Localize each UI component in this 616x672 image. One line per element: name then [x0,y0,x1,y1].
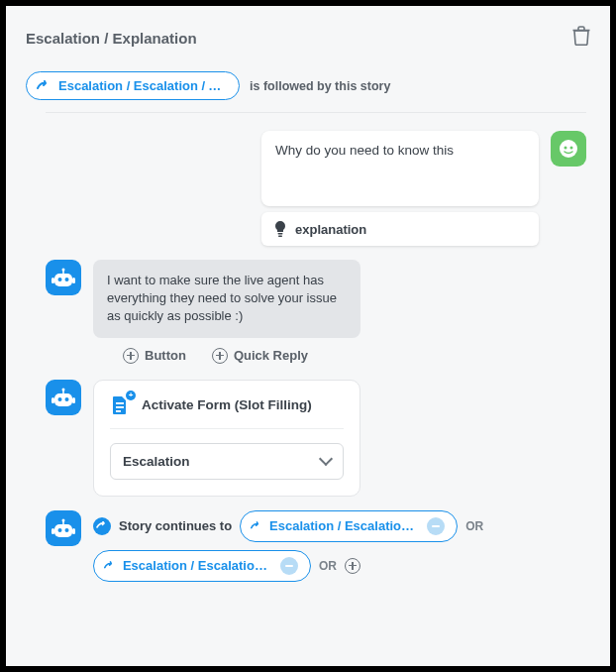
svg-rect-20 [116,406,124,408]
svg-rect-21 [116,410,121,412]
svg-rect-28 [72,528,75,534]
svg-rect-18 [72,397,75,403]
intent-icon [273,220,287,238]
continues-label: Story continues to [119,518,232,533]
bot-avatar-icon [50,384,77,411]
add-quick-reply-action[interactable]: Quick Reply [212,348,308,364]
user-message-text: Why do you need to know this [275,143,454,158]
svg-point-4 [570,147,573,150]
or-separator: OR [319,559,337,573]
svg-rect-7 [54,274,72,286]
add-quick-reply-label: Quick Reply [234,348,308,363]
svg-point-26 [65,528,69,532]
continue-story-chip[interactable]: Escalation / Escalation / Can… [93,550,311,582]
svg-point-3 [565,147,567,150]
arrow-icon [104,560,117,572]
preceding-story-label: Escalation / Escalation / Acti… [58,78,227,93]
svg-point-9 [65,278,69,281]
form-icon: + [110,394,132,416]
followed-by-text: is followed by this story [250,79,390,93]
continue-chip-label: Escalation / Escalation / Can… [123,558,274,573]
continue-story-chip[interactable]: Escalation / Escalation / Sub… [240,510,458,542]
svg-point-15 [58,397,62,401]
remove-chip-button[interactable] [280,557,298,575]
svg-point-25 [58,528,62,532]
svg-rect-24 [54,524,72,537]
svg-rect-11 [72,278,75,283]
user-avatar [551,131,586,167]
svg-point-8 [58,278,62,281]
bot-response[interactable]: I want to make sure the live agent has e… [93,260,360,338]
svg-rect-19 [116,402,124,404]
form-title: Activate Form (Slot Filling) [142,397,312,412]
bot-avatar-icon [50,514,77,542]
bot-avatar-icon [50,264,77,291]
arrow-icon [37,80,52,92]
remove-chip-button[interactable] [427,517,445,535]
add-button-action[interactable]: Button [123,348,186,364]
bot-avatar [46,510,81,546]
svg-rect-17 [51,397,54,403]
or-separator: OR [465,519,483,533]
user-message[interactable]: Why do you need to know this [261,131,539,206]
plus-icon [123,348,139,364]
preceding-story-chip[interactable]: Escalation / Escalation / Acti… [26,71,240,100]
plus-icon [212,348,228,364]
intent-label: explanation [295,222,366,237]
form-selected-value: Escalation [123,454,190,469]
continue-arrow-icon [93,517,111,535]
add-button-label: Button [145,348,186,363]
add-continuation-button[interactable] [345,558,360,574]
form-card: + Activate Form (Slot Filling) Escalatio… [93,380,360,497]
delete-button[interactable] [572,26,590,50]
continue-chip-label: Escalation / Escalation / Sub… [269,518,421,533]
page-title: Escalation / Explanation [26,30,197,47]
chevron-down-icon [319,452,333,466]
user-avatar-icon [558,138,579,160]
svg-rect-0 [278,233,283,235]
svg-point-2 [560,140,577,158]
svg-rect-10 [51,278,54,283]
svg-point-16 [65,397,69,401]
form-select[interactable]: Escalation [110,443,344,480]
bot-response-text: I want to make sure the live agent has e… [107,273,337,323]
bot-avatar [46,380,81,415]
svg-rect-1 [278,236,282,238]
svg-rect-27 [51,528,54,534]
arrow-icon [251,520,263,532]
bot-avatar [46,260,81,295]
intent-chip[interactable]: explanation [261,212,539,246]
svg-rect-14 [54,393,72,406]
trash-icon [572,26,590,46]
